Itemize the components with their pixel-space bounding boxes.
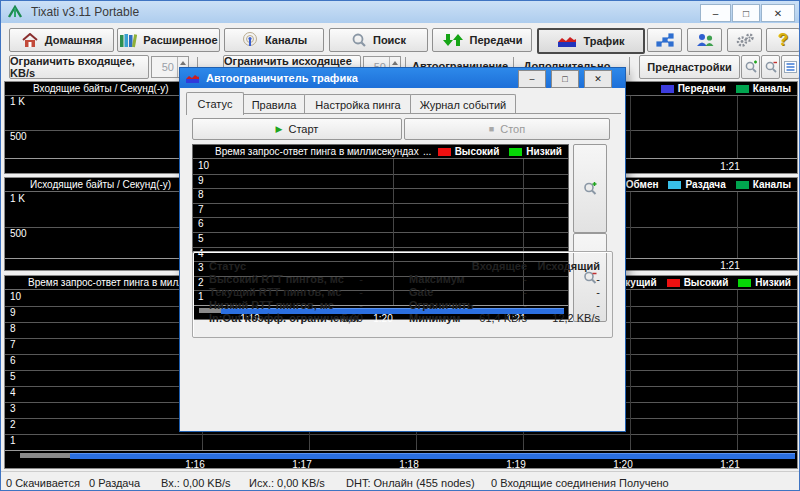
- stat-value-out: -: [533, 273, 600, 285]
- close-icon: ✕: [594, 74, 602, 84]
- y-axis-label: 1: [10, 435, 16, 446]
- y-axis-label: 1 K: [10, 96, 25, 107]
- dialog-close-button[interactable]: ✕: [584, 70, 612, 88]
- y-axis-label: 3: [10, 403, 16, 414]
- zoom-in-button[interactable]: [741, 55, 760, 79]
- home-button[interactable]: Домашняя: [9, 28, 114, 52]
- stat-value-in: -: [443, 299, 527, 311]
- y-axis-label: 500: [10, 228, 27, 239]
- help-icon: ?: [778, 30, 788, 50]
- y-axis-label: 9: [10, 307, 16, 318]
- users-button[interactable]: [687, 28, 722, 52]
- limit-incoming-button[interactable]: Ограничить входящее, KB/s: [9, 55, 149, 79]
- transfers-button[interactable]: Передачи: [432, 28, 532, 52]
- column-header-out: Исходящий: [533, 260, 600, 272]
- y-axis-label: 4: [10, 387, 16, 398]
- x-axis-label: 1:21: [720, 459, 739, 470]
- books-icon: [119, 33, 137, 48]
- search-button[interactable]: Поиск: [329, 28, 428, 52]
- traffic-button[interactable]: Трафик: [537, 28, 645, 54]
- tab-rules[interactable]: Правила: [242, 94, 306, 114]
- close-button[interactable]: ✕: [761, 4, 795, 22]
- maximize-button[interactable]: □: [732, 4, 760, 22]
- y-axis-label: 7: [10, 339, 16, 350]
- column-header-in: Входящее: [443, 260, 527, 272]
- x-axis-label: 1:16: [185, 459, 204, 470]
- chart-zoom-in-button[interactable]: [573, 144, 607, 233]
- close-icon: ✕: [774, 8, 782, 19]
- tab-ping-settings[interactable]: Настройка пинга: [304, 94, 412, 114]
- stat-value-in: 61,4 KB/s: [443, 312, 527, 324]
- dialog-minimize-button[interactable]: –: [518, 70, 546, 88]
- zoom-in-icon: [582, 181, 598, 197]
- search-icon: [351, 32, 367, 48]
- tab-event-log[interactable]: Журнал событий: [410, 94, 516, 114]
- window-title: Tixati v3.11 Portable: [31, 5, 139, 19]
- status-section-title: Статус: [209, 260, 246, 272]
- dialog-maximize-button[interactable]: □: [551, 70, 579, 88]
- advanced-button[interactable]: Расширенное: [117, 28, 220, 52]
- y-axis-label: 7: [198, 204, 204, 215]
- chart-legend: Обмен Раздача Каналы: [609, 179, 791, 190]
- tixati-logo-icon: [7, 5, 23, 19]
- stat-value-out: -: [533, 299, 600, 311]
- presets-button[interactable]: Преднастройки: [639, 55, 740, 79]
- traffic-chart-icon: [557, 34, 577, 48]
- settings-button[interactable]: [727, 28, 762, 52]
- time-scrollbar[interactable]: [70, 453, 795, 459]
- status-dht: DHT: Онлайн (455 nodes): [346, 477, 475, 489]
- zoom-in-icon: [744, 60, 758, 74]
- start-button[interactable]: ▶ Старт: [192, 118, 402, 140]
- stat-value: 5,00: [323, 312, 363, 324]
- traffic-autolimiter-dialog: Автоограничитель трафика – □ ✕ Статус Пр…: [179, 67, 626, 432]
- play-icon: ▶: [276, 124, 283, 134]
- stat-value: -: [323, 273, 363, 285]
- minimize-button[interactable]: –: [700, 4, 731, 22]
- zoom-out-button[interactable]: [761, 55, 780, 79]
- help-button[interactable]: ?: [766, 28, 800, 52]
- zoom-out-icon: [764, 60, 778, 74]
- status-incoming-connections: 0 Входящие соединения Получено: [491, 477, 669, 489]
- x-axis-label: 1:21: [720, 260, 739, 271]
- chart-title: Входящие байты / Секунд(-у): [33, 83, 169, 94]
- status-rate-in: Вх.: 0,00 KB/s: [161, 477, 231, 489]
- app-window: Tixati v3.11 Portable – □ ✕ Домашняя Рас…: [0, 0, 800, 491]
- separator: [629, 57, 630, 75]
- chart-title: Время запрос-ответ пинга в миллисекундах: [215, 146, 419, 157]
- legend-square: [668, 181, 681, 189]
- up-down-arrows-icon: [442, 32, 464, 48]
- network-nodes-icon: [655, 32, 675, 48]
- antenna-icon: [241, 32, 259, 48]
- stop-button[interactable]: ■ Стоп: [404, 118, 610, 140]
- stat-value-in: -: [443, 273, 527, 285]
- y-axis-label: 10: [198, 160, 209, 171]
- tab-status[interactable]: Статус: [186, 92, 244, 115]
- minimize-icon: –: [713, 8, 719, 19]
- maximize-icon: □: [562, 74, 567, 84]
- share-button[interactable]: [647, 28, 682, 52]
- legend-square: [661, 85, 674, 93]
- chart-title-ellipsis: ...: [423, 146, 431, 157]
- chart-title: Исходящие байты / Секунд(-у): [30, 179, 171, 190]
- legend-square: [738, 279, 751, 287]
- chart-list-button[interactable]: [781, 55, 800, 79]
- y-axis-label: 10: [10, 291, 21, 302]
- x-axis-label: 1:21: [720, 161, 739, 172]
- home-icon: [21, 33, 39, 48]
- legend-square: [509, 148, 522, 156]
- maximize-icon: □: [743, 8, 749, 19]
- stat-value: -: [323, 286, 363, 298]
- legend-square: [736, 181, 749, 189]
- stat-label: Низкий RTT пингов, мс: [209, 299, 334, 311]
- y-axis-label: 5: [10, 371, 16, 382]
- stat-value-in: -: [443, 286, 527, 298]
- y-axis-label: 6: [198, 218, 204, 229]
- status-seeding: 0 Раздача: [89, 477, 140, 489]
- channels-button[interactable]: Каналы: [224, 28, 324, 52]
- chart-legend: Высокий Низкий: [438, 146, 562, 157]
- status-bar: 0 Скачивается 0 Раздача Вх.: 0,00 KB/s И…: [1, 471, 799, 491]
- y-axis-label: 500: [10, 131, 27, 142]
- scrollbar-thumb[interactable]: [20, 453, 70, 458]
- status-rate-out: Исх.: 0,00 KB/s: [249, 477, 325, 489]
- chart-legend: Передачи Каналы: [661, 83, 791, 94]
